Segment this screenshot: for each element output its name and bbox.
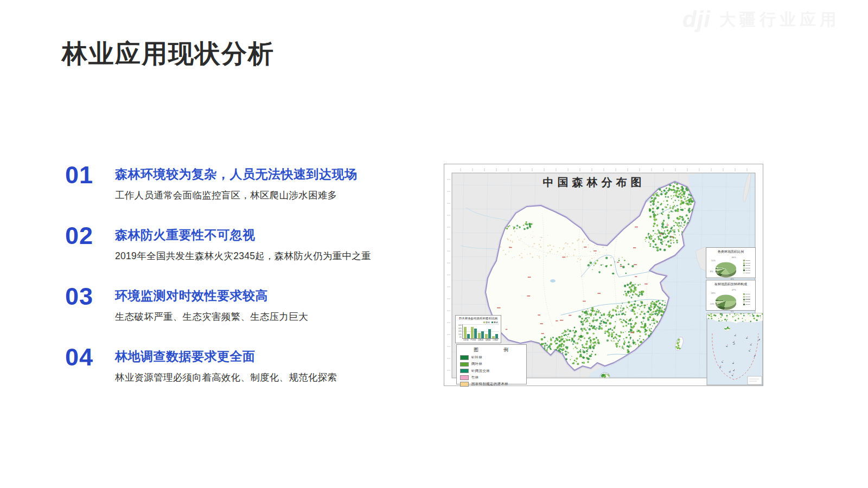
y-tick-label: 30% <box>457 328 462 330</box>
map-bar-chart: 乔木林各龄组面积和蓄积比例 面积蓄积 0%10%20%30%40% 幼龄林中龄林… <box>455 315 501 343</box>
pie-percent-label: 28% <box>711 292 716 294</box>
map-title: 中国森林分布图 <box>444 175 744 190</box>
pie-legend <box>743 260 751 274</box>
y-tick-label: 0% <box>457 336 462 338</box>
item-heading: 林地调查数据要求更全面 <box>115 348 337 365</box>
legend-label: 针叶林 <box>471 355 482 360</box>
item-heading: 环境监测对时效性要求较高 <box>115 287 308 304</box>
dji-watermark: dji 大疆行业应用 <box>682 7 840 33</box>
pie-percent-label: 3% <box>720 312 723 315</box>
bar-category-label: 中龄林 <box>470 339 477 341</box>
legend-label: 阔叶林 <box>471 362 482 367</box>
bar <box>464 327 467 338</box>
legend-swatch <box>460 369 469 374</box>
bar-category-label: 过熟林 <box>492 339 499 341</box>
y-tick-label: 40% <box>457 324 462 326</box>
bar-chart-y-axis: 0%10%20%30%40% <box>457 324 462 338</box>
bar <box>488 329 491 338</box>
pie-legend <box>743 293 751 305</box>
bar-group <box>492 334 498 338</box>
map-pie-chart-1: 各类林地面积比例 66%15%8%6%3% <box>706 247 756 278</box>
bar <box>495 334 498 338</box>
bar-legend-entry: 蓄积 <box>492 321 498 324</box>
bar <box>471 327 474 338</box>
legend-row: 竹林 <box>460 375 523 380</box>
item-number: 04 <box>65 344 100 370</box>
item-number: 03 <box>65 284 100 309</box>
legend-row: 阔叶林 <box>460 362 523 367</box>
legend-row: 国家特别规定的灌木林 <box>460 382 523 387</box>
item-body: 林地调查数据要求更全面 林业资源管理必须向着高效化、制度化、规范化探索 <box>115 344 337 384</box>
map-legend-title: 图 例 <box>460 346 523 354</box>
china-forest-map: 中国森林分布图 乔木林各龄组面积和蓄积比例 面积蓄积 0%10%20%30%40… <box>444 164 763 386</box>
pie-graphic: 66%15%8%6%3% <box>711 256 739 278</box>
page-title: 林业应用现状分析 <box>62 37 275 71</box>
y-tick-label: 20% <box>457 330 462 332</box>
item-description: 2019年全国共发生森林火灾2345起，森林防火仍为重中之重 <box>115 249 371 262</box>
bar-group <box>464 327 470 338</box>
pie-chart-title: 有林地面积按林种构成 <box>707 282 754 287</box>
bar <box>467 334 470 338</box>
legend-swatch <box>460 362 469 367</box>
bar-chart-legend: 面积蓄积 <box>457 321 498 324</box>
legend-swatch <box>460 375 469 380</box>
bar-category-label: 近熟林 <box>477 339 484 341</box>
item-heading: 森林环境较为复杂，人员无法快速到达现场 <box>115 166 358 183</box>
pie-percent-label: 66% <box>732 256 736 259</box>
map-legend-rows: 针叶林阔叶林针阔混交林竹林国家特别规定的灌木林 <box>460 355 523 387</box>
pie-graphic: 47%28%13%9%3% <box>711 288 739 310</box>
pie-percent-label: 8% <box>710 270 713 273</box>
dji-logo: dji <box>682 7 711 33</box>
y-tick-label: 10% <box>457 333 462 336</box>
legend-row: 针叶林 <box>460 355 523 360</box>
pie-percent-label: 13% <box>710 303 714 305</box>
item-body: 环境监测对时效性要求较高 生态破坏严重、生态灾害频繁、生态压力巨大 <box>115 284 308 323</box>
dji-brand-text: 大疆行业应用 <box>719 9 840 31</box>
item-number: 01 <box>65 162 100 188</box>
item-number: 02 <box>65 223 100 248</box>
bar-group <box>485 329 491 338</box>
bar-group <box>471 327 477 338</box>
map-pie-chart-2: 有林地面积按林种构成 47%28%13%9%3% <box>706 280 756 311</box>
legend-label: 竹林 <box>471 375 479 380</box>
bar <box>478 333 481 338</box>
legend-swatch <box>460 355 469 360</box>
list-item-04: 04 林地调查数据要求更全面 林业资源管理必须向着高效化、制度化、规范化探索 <box>65 344 371 386</box>
pie-percent-label: 47% <box>732 288 736 291</box>
item-heading: 森林防火重要性不可忽视 <box>115 227 371 243</box>
list-item-03: 03 环境监测对时效性要求较高 生态破坏严重、生态灾害频繁、生态压力巨大 <box>65 284 371 325</box>
points-list: 01 森林环境较为复杂，人员无法快速到达现场 工作人员通常会面临监控盲区，林区爬… <box>65 162 371 386</box>
legend-label: 针阔混交林 <box>471 369 490 374</box>
legend-label: 国家特别规定的灌木林 <box>471 382 508 387</box>
item-description: 林业资源管理必须向着高效化、制度化、规范化探索 <box>115 371 337 384</box>
item-body: 森林防火重要性不可忽视 2019年全国共发生森林火灾2345起，森林防火仍为重中… <box>115 223 371 262</box>
bar <box>485 334 488 338</box>
bar-category-label: 幼龄林 <box>462 339 470 341</box>
item-body: 森林环境较为复杂，人员无法快速到达现场 工作人员通常会面临监控盲区，林区爬山涉水… <box>115 162 358 202</box>
bar-group <box>478 331 484 338</box>
legend-row: 针阔混交林 <box>460 369 523 374</box>
list-item-01: 01 森林环境较为复杂，人员无法快速到达现场 工作人员通常会面临监控盲区，林区爬… <box>65 162 371 203</box>
pie-percent-label: 15% <box>711 259 716 262</box>
bar-chart-title: 乔木林各龄组面积和蓄积比例 <box>457 317 499 320</box>
list-item-02: 02 森林防火重要性不可忽视 2019年全国共发生森林火灾2345起，森林防火仍… <box>65 223 371 264</box>
bar <box>492 336 495 338</box>
bar-category-label: 成熟林 <box>484 339 492 341</box>
bar-legend-entry: 面积 <box>483 321 490 324</box>
item-description: 工作人员通常会面临监控盲区，林区爬山涉水困难多 <box>115 189 358 202</box>
bar <box>481 331 484 338</box>
item-description: 生态破坏严重、生态灾害频繁、生态压力巨大 <box>115 310 308 323</box>
bar-chart-plot <box>462 324 499 339</box>
pie-chart-title: 各类林地面积比例 <box>707 249 754 254</box>
bar <box>474 329 477 338</box>
legend-swatch <box>460 382 469 387</box>
bar-chart-categories: 幼龄林中龄林近熟林成熟林过熟林 <box>462 339 499 341</box>
slide-canvas: { "slide": { "title": "林业应用现状分析" }, "wat… <box>0 0 868 488</box>
map-legend: 图 例 针叶林阔叶林针阔混交林竹林国家特别规定的灌木林 <box>456 344 527 384</box>
pie-percent-label: 9% <box>731 310 734 313</box>
